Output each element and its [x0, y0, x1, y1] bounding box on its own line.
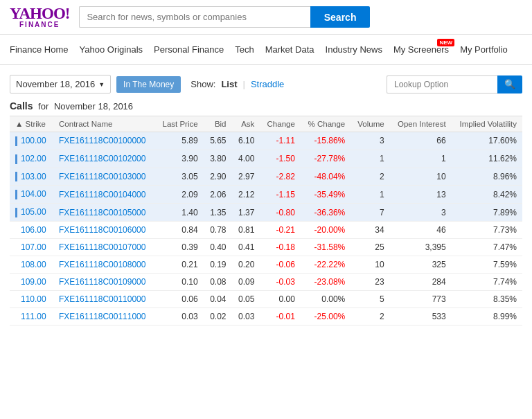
header: YAHOO! FINANCE Search [0, 0, 532, 35]
date-selector[interactable]: November 18, 2016 ▼ [10, 75, 111, 93]
cell-strike: 104.00 [10, 186, 53, 204]
lookup-search-button[interactable]: 🔍 [497, 75, 522, 93]
cell-open-interest: 66 [390, 132, 452, 150]
contract-link[interactable]: FXE161118C00108000 [59, 260, 145, 269]
cell-ask: 0.41 [232, 239, 260, 256]
cell-bid: 0.08 [204, 274, 232, 291]
options-controls: November 18, 2016 ▼ In The Money Show: L… [10, 75, 522, 93]
cell-strike: 109.00 [10, 274, 53, 291]
strike-link[interactable]: 110.00 [21, 294, 46, 304]
cell-implied-vol: 7.89% [452, 204, 522, 222]
straddle-option[interactable]: Straddle [251, 79, 284, 89]
cell-bid: 0.02 [204, 308, 232, 326]
cell-contract: FXE161118C00106000 [53, 222, 155, 239]
calls-header: Calls for November 18, 2016 [10, 100, 522, 112]
nav-market-data[interactable]: Market Data [260, 35, 320, 64]
screeners-new-badge: NEW [437, 39, 454, 46]
cell-pct-change: -22.22% [301, 256, 351, 274]
itm-bar [15, 154, 17, 164]
contract-link[interactable]: FXE161118C00100000 [59, 136, 145, 145]
lookup-input[interactable] [387, 75, 497, 93]
search-button[interactable]: Search [310, 6, 371, 28]
contract-link[interactable]: FXE161118C00105000 [59, 208, 145, 217]
nav-yahoo-originals[interactable]: Yahoo Originals [74, 35, 149, 64]
cell-bid: 0.19 [204, 256, 232, 274]
cell-bid: 2.06 [204, 186, 232, 204]
contract-link[interactable]: FXE161118C00110000 [59, 294, 145, 304]
cell-bid: 0.40 [204, 239, 232, 256]
in-the-money-button[interactable]: In The Money [116, 76, 181, 93]
table-row: 102.00 FXE161118C00102000 3.90 3.80 4.00… [10, 150, 522, 168]
contract-link[interactable]: FXE161118C00102000 [59, 154, 145, 163]
strike-link[interactable]: 108.00 [21, 260, 46, 269]
cell-strike: 103.00 [10, 168, 53, 186]
cell-change: -0.06 [260, 256, 300, 274]
th-volume: Volume [351, 116, 389, 132]
strike-link[interactable]: 103.00 [21, 172, 46, 181]
search-input[interactable] [79, 6, 310, 28]
cell-bid: 0.78 [204, 222, 232, 239]
strike-link[interactable]: 106.00 [21, 225, 46, 235]
calls-date: November 18, 2016 [54, 101, 133, 112]
th-strike[interactable]: ▲ Strike [10, 116, 53, 132]
strike-link[interactable]: 111.00 [21, 312, 46, 321]
contract-link[interactable]: FXE161118C00111000 [59, 312, 145, 321]
cell-volume: 2 [351, 308, 389, 326]
strike-link[interactable]: 105.00 [21, 207, 46, 217]
cell-change: 0.00 [260, 291, 300, 308]
cell-pct-change: -27.78% [301, 150, 351, 168]
contract-link[interactable]: FXE161118C00107000 [59, 242, 145, 252]
cell-change: -1.50 [260, 150, 300, 168]
cell-contract: FXE161118C00102000 [53, 150, 155, 168]
cell-implied-vol: 8.96% [452, 168, 522, 186]
table-row: 105.00 FXE161118C00105000 1.40 1.35 1.37… [10, 204, 522, 222]
calls-text: Calls [10, 100, 33, 112]
cell-volume: 2 [351, 168, 389, 186]
cell-volume: 1 [351, 186, 389, 204]
cell-open-interest: 13 [390, 186, 452, 204]
cell-ask: 0.81 [232, 222, 260, 239]
contract-link[interactable]: FXE161118C00104000 [59, 190, 145, 199]
nav-personal-finance[interactable]: Personal Finance [148, 35, 229, 64]
th-pct-change: % Change [301, 116, 351, 132]
th-contract-name[interactable]: Contract Name [53, 116, 155, 132]
itm-bar [15, 208, 17, 217]
itm-bar [15, 172, 17, 181]
itm-bar [15, 136, 17, 146]
nav-my-portfolio[interactable]: My Portfolio [454, 35, 513, 64]
strike-link[interactable]: 104.00 [21, 189, 46, 199]
cell-ask: 6.10 [232, 132, 260, 150]
strike-link[interactable]: 109.00 [21, 277, 46, 287]
contract-link[interactable]: FXE161118C00103000 [59, 172, 145, 181]
contract-link[interactable]: FXE161118C00106000 [59, 225, 145, 235]
cell-contract: FXE161118C00100000 [53, 132, 155, 150]
cell-contract: FXE161118C00107000 [53, 239, 155, 256]
nav-my-screeners[interactable]: My Screeners NEW [388, 35, 454, 64]
cell-implied-vol: 7.73% [452, 222, 522, 239]
strike-link[interactable]: 100.00 [21, 136, 46, 145]
cell-implied-vol: 8.99% [452, 308, 522, 326]
cell-implied-vol: 8.42% [452, 186, 522, 204]
cell-change: -1.15 [260, 186, 300, 204]
cell-strike: 100.00 [10, 132, 53, 150]
yahoo-logo: YAHOO! FINANCE [10, 6, 69, 28]
strike-link[interactable]: 107.00 [21, 242, 46, 252]
finance-text: FINANCE [10, 21, 69, 28]
strike-link[interactable]: 102.00 [21, 154, 46, 163]
cell-contract: FXE161118C00108000 [53, 256, 155, 274]
show-label: Show: [190, 79, 215, 89]
cell-open-interest: 3 [390, 204, 452, 222]
cell-open-interest: 533 [390, 308, 452, 326]
nav-tech[interactable]: Tech [229, 35, 259, 64]
cell-strike: 108.00 [10, 256, 53, 274]
list-option[interactable]: List [221, 79, 237, 89]
calls-for-text: for [38, 101, 48, 112]
table-row: 100.00 FXE161118C00100000 5.89 5.65 6.10… [10, 132, 522, 150]
options-area: November 18, 2016 ▼ In The Money Show: L… [0, 65, 532, 326]
nav-industry-news[interactable]: Industry News [320, 35, 388, 64]
cell-open-interest: 325 [390, 256, 452, 274]
nav-finance-home[interactable]: Finance Home [4, 35, 74, 64]
contract-link[interactable]: FXE161118C00109000 [59, 277, 145, 287]
table-row: 110.00 FXE161118C00110000 0.06 0.04 0.05… [10, 291, 522, 308]
cell-change: -2.82 [260, 168, 300, 186]
